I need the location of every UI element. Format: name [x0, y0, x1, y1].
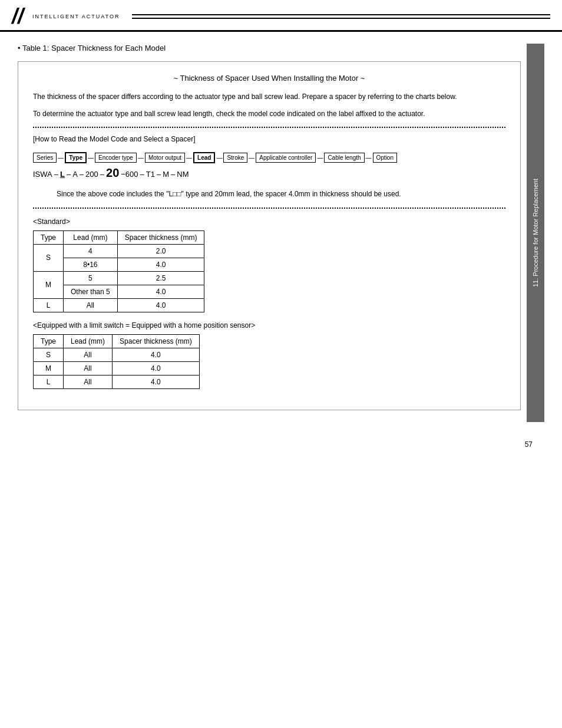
- table-row: L All 4.0: [34, 375, 200, 388]
- code-box-motor: Motor output: [145, 153, 185, 163]
- lead-4: 4: [64, 244, 118, 258]
- code-box-lead: Lead: [193, 152, 215, 163]
- logo: // INTELLIGENT ACTUATOR: [12, 6, 120, 27]
- spacer-4c: 4.0: [117, 298, 204, 312]
- ls-col-type: Type: [34, 334, 64, 348]
- logo-slash-icon: //: [12, 6, 24, 27]
- dotted-divider-bottom: [33, 207, 505, 209]
- ls-type-l: L: [34, 375, 64, 388]
- code-box-cable: Cable length: [324, 153, 364, 163]
- standard-table: Type Lead (mm) Spacer thickness (mm) S 4…: [33, 230, 204, 312]
- table-row: M 5 2.5: [34, 271, 204, 285]
- lead-5: 5: [64, 271, 118, 285]
- paragraph-1: The thickness of the spacer differs acco…: [33, 91, 505, 103]
- limit-switch-table: Type Lead (mm) Spacer thickness (mm) S A…: [33, 334, 200, 389]
- model-dash2: –: [67, 170, 71, 179]
- lead-all-l: All: [64, 298, 118, 312]
- spacer-2-5: 2.5: [117, 271, 204, 285]
- model-option: NM: [177, 170, 189, 179]
- code-box-encoder: Encoder type: [95, 153, 137, 163]
- standard-col-spacer: Spacer thickness (mm): [117, 230, 204, 244]
- model-code-diagram: Series — Type — Encoder type — Motor out…: [33, 152, 505, 180]
- model-code-boxes: Series — Type — Encoder type — Motor out…: [33, 152, 505, 163]
- model-controller: T1: [146, 170, 155, 179]
- table-row: M All 4.0: [34, 361, 200, 375]
- type-s: S: [34, 244, 64, 271]
- type-m: M: [34, 271, 64, 298]
- standard-col-lead: Lead (mm): [64, 230, 118, 244]
- model-prefix: ISWA: [33, 170, 52, 179]
- code-box-option: Option: [373, 153, 397, 163]
- ls-col-spacer: Spacer thickness (mm): [113, 334, 200, 348]
- limit-switch-title: <Equipped with a limit switch = Equipped…: [33, 321, 505, 330]
- ls-type-s: S: [34, 348, 64, 361]
- model-dash6: –: [157, 170, 161, 179]
- model-dash3: –: [80, 170, 84, 179]
- paragraph-2: To determine the actuator type and ball …: [33, 108, 505, 120]
- spacer-2: 2.0: [117, 244, 204, 258]
- logo-text: INTELLIGENT ACTUATOR: [32, 14, 120, 19]
- model-dash7: –: [171, 170, 175, 179]
- ls-col-lead: Lead (mm): [64, 334, 113, 348]
- ls-spacer-l: 4.0: [113, 375, 200, 388]
- model-dash4: –: [100, 170, 104, 179]
- page-number: 57: [525, 440, 533, 449]
- model-dash5: –: [140, 170, 144, 179]
- header-lines: [132, 14, 550, 19]
- spacer-4a: 4.0: [117, 258, 204, 271]
- standard-title: <Standard>: [33, 218, 505, 226]
- table-heading: • Table 1: Spacer Thickness for Each Mod…: [18, 44, 521, 52]
- table-row: S All 4.0: [34, 348, 200, 361]
- content-box: ~ Thickness of Spacer Used When Installi…: [18, 61, 521, 410]
- code-box-type: Type: [65, 152, 87, 163]
- model-dash1: –: [54, 170, 58, 179]
- table-row: L All 4.0: [34, 298, 204, 312]
- ls-spacer-m: 4.0: [113, 361, 200, 375]
- lead-other: Other than 5: [64, 285, 118, 298]
- box-title: ~ Thickness of Spacer Used When Installi…: [33, 74, 505, 83]
- side-tab: 11. Procedure for Motor Replacement: [527, 44, 544, 422]
- type-l: L: [34, 298, 64, 312]
- lead-8-16: 8•16: [64, 258, 118, 271]
- model-cable: M: [163, 170, 169, 179]
- page-header: // INTELLIGENT ACTUATOR: [0, 0, 562, 32]
- model-output: 200: [85, 170, 98, 179]
- ls-lead-m: All: [64, 361, 113, 375]
- model-type: L: [60, 170, 65, 179]
- page-body: • Table 1: Spacer Thickness for Each Mod…: [18, 44, 521, 422]
- code-box-controller: Applicable controller: [256, 153, 316, 163]
- spacer-4b: 4.0: [117, 285, 204, 298]
- ls-lead-s: All: [64, 348, 113, 361]
- ls-type-m: M: [34, 361, 64, 375]
- standard-col-type: Type: [34, 230, 64, 244]
- note-text: Since the above code includes the "L□□" …: [57, 189, 505, 200]
- header-line-bottom: [132, 18, 550, 19]
- header-line-top: [132, 14, 550, 15]
- table-row: S 4 2.0: [34, 244, 204, 258]
- how-to-read-heading: [How to Read the Model Code and Select a…: [33, 135, 505, 143]
- model-encoder: A: [72, 170, 78, 179]
- model-example: ISWA – L – A – 200 – 20 −600 – T1 –: [33, 166, 505, 180]
- ls-spacer-s: 4.0: [113, 348, 200, 361]
- model-stroke: −600: [121, 170, 138, 179]
- model-lead: 20: [106, 166, 119, 180]
- code-box-series: Series: [33, 153, 57, 163]
- ls-lead-l: All: [64, 375, 113, 388]
- side-tab-label: 11. Procedure for Motor Replacement: [529, 170, 542, 296]
- code-box-stroke: Stroke: [223, 153, 247, 163]
- dotted-divider-top: [33, 127, 505, 128]
